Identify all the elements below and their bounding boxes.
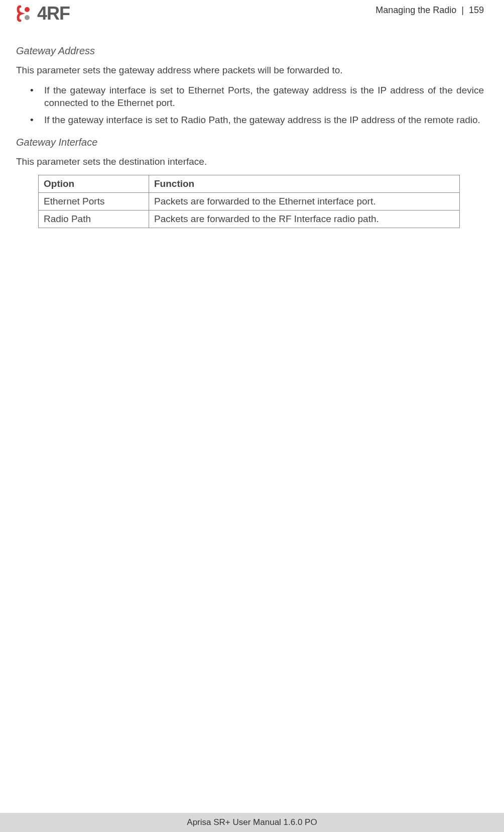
logo: 4RF [16,3,70,24]
logo-icon [16,5,34,23]
svg-point-0 [25,7,30,12]
table-cell-function: Packets are forwarded to the RF Interfac… [149,211,460,228]
section-intro: This parameter sets the destination inte… [16,155,484,168]
footer-text: Aprisa SR+ User Manual 1.6.0 PO [187,817,317,827]
options-table: Option Function Ethernet Ports Packets a… [38,175,460,228]
header-page-info: Managing the Radio | 159 [375,3,484,16]
header-section-title: Managing the Radio [375,5,456,15]
table-header-function: Function [149,175,460,193]
page-header: 4RF Managing the Radio | 159 [16,0,484,35]
table-cell-option: Ethernet Ports [39,193,149,211]
table-cell-function: Packets are forwarded to the Ethernet in… [149,193,460,211]
section-gateway-interface: Gateway Interface This parameter sets th… [16,137,484,229]
table-row: Radio Path Packets are forwarded to the … [39,211,460,228]
list-item: If the gateway interface is set to Ether… [16,84,484,110]
section-heading: Gateway Interface [16,137,484,148]
section-intro: This parameter sets the gateway address … [16,64,484,77]
header-page-number: 159 [469,5,484,15]
page-footer: Aprisa SR+ User Manual 1.6.0 PO [0,813,504,832]
svg-point-1 [25,15,30,20]
list-item: If the gateway interface is set to Radio… [16,114,484,127]
table-cell-option: Radio Path [39,211,149,228]
bullet-list: If the gateway interface is set to Ether… [16,84,484,127]
logo-text: 4RF [37,3,70,24]
section-heading: Gateway Address [16,45,484,57]
section-gateway-address: Gateway Address This parameter sets the … [16,45,484,127]
table-header-row: Option Function [39,175,460,193]
table-row: Ethernet Ports Packets are forwarded to … [39,193,460,211]
table-header-option: Option [39,175,149,193]
